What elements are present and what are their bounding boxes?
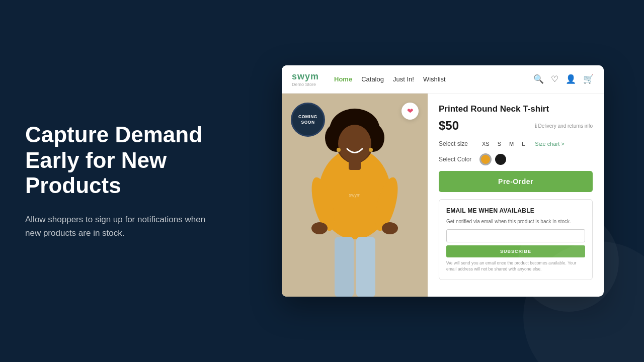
size-xs[interactable]: XS: [480, 140, 492, 148]
privacy-note: We will send you an email once the produ…: [446, 260, 585, 273]
svg-point-6: [338, 125, 371, 163]
price-row: $50 ℹ Delivery and returns info: [439, 119, 593, 133]
svg-point-16: [369, 148, 373, 152]
delivery-label: Delivery and returns info: [538, 123, 593, 129]
color-orange[interactable]: [480, 154, 491, 165]
wishlist-button[interactable]: ❤: [401, 103, 419, 120]
description: Allow shoppers to sign up for notificati…: [25, 213, 216, 240]
headline: Capture Demand Early for New Products: [25, 122, 216, 199]
nav-wishlist[interactable]: Wishlist: [423, 75, 446, 83]
heart-icon[interactable]: ♡: [551, 74, 558, 84]
product-details: Printed Round Neck T-shirt $50 ℹ Deliver…: [428, 94, 604, 297]
email-notify-desc: Get notified via email when this product…: [446, 218, 585, 225]
logo-text: swym: [292, 71, 319, 82]
nav-bar: swym Demo Store Home Catalog Just In! Wi…: [282, 65, 604, 94]
size-l[interactable]: L: [520, 140, 527, 148]
svg-point-11: [382, 222, 398, 234]
email-notify-title: EMAIL ME WHEN AVAILABLE: [446, 207, 585, 215]
product-title: Printed Round Neck T-shirt: [439, 104, 593, 115]
coming-soon-badge: COMING SOON: [291, 103, 325, 137]
nav-icons: 🔍 ♡ 👤 🛒: [533, 74, 594, 84]
logo-sub: Demo Store: [292, 82, 319, 87]
size-chart-link[interactable]: Size chart >: [535, 141, 564, 147]
subscribe-button[interactable]: SUBSCRIBE: [446, 245, 585, 257]
size-label: Select size: [439, 140, 475, 147]
email-input[interactable]: [446, 229, 585, 242]
right-panel: swym Demo Store Home Catalog Just In! Wi…: [242, 65, 644, 297]
size-option-row: Select size XS S M L Size chart >: [439, 140, 593, 148]
user-icon[interactable]: 👤: [566, 74, 576, 84]
svg-rect-14: [349, 160, 361, 170]
svg-rect-12: [335, 237, 354, 297]
info-icon: ℹ: [535, 123, 537, 129]
size-s[interactable]: S: [496, 140, 503, 148]
badge-line1: COMING: [298, 114, 317, 120]
color-label: Select Color: [439, 156, 475, 163]
nav-home[interactable]: Home: [334, 75, 352, 83]
cart-icon[interactable]: 🛒: [583, 74, 594, 84]
color-black[interactable]: [495, 154, 506, 165]
main-content: COMING SOON ❤: [282, 94, 604, 297]
product-price: $50: [439, 119, 459, 133]
store-window: swym Demo Store Home Catalog Just In! Wi…: [282, 65, 604, 297]
delivery-info: ℹ Delivery and returns info: [535, 123, 593, 129]
heart-filled-icon: ❤: [407, 107, 414, 116]
product-image-area: COMING SOON ❤: [282, 94, 428, 297]
color-option-row: Select Color: [439, 154, 593, 165]
nav-just-in[interactable]: Just In!: [393, 75, 414, 83]
badge-line2: SOON: [301, 120, 314, 125]
email-notify-box: EMAIL ME WHEN AVAILABLE Get notified via…: [439, 199, 593, 280]
size-m[interactable]: M: [507, 140, 516, 148]
svg-point-15: [337, 148, 341, 152]
logo[interactable]: swym Demo Store: [292, 71, 319, 87]
search-icon[interactable]: 🔍: [533, 74, 544, 84]
nav-catalog[interactable]: Catalog: [361, 75, 384, 83]
left-panel: Capture Demand Early for New Products Al…: [0, 92, 242, 270]
svg-point-10: [311, 222, 328, 234]
pre-order-button[interactable]: Pre-Order: [439, 171, 593, 192]
svg-rect-13: [356, 237, 375, 297]
color-options: [480, 154, 506, 165]
size-options: XS S M L: [480, 140, 527, 148]
nav-links: Home Catalog Just In! Wishlist: [334, 75, 533, 83]
svg-text:swym: swym: [349, 193, 361, 198]
